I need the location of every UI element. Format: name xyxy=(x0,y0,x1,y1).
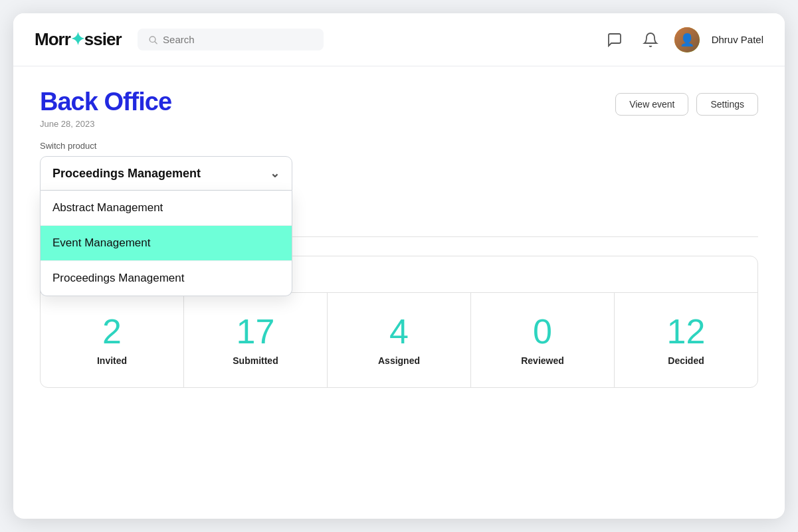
chevron-down-icon: ⌄ xyxy=(270,166,280,181)
stat-assigned: 4 Assigned xyxy=(328,293,471,387)
stat-submitted-number: 17 xyxy=(237,314,275,349)
stat-decided-number: 12 xyxy=(667,314,706,349)
stat-invited: 2 Invited xyxy=(41,293,184,387)
main-content: Back Office June 28, 2023 View event Set… xyxy=(13,66,785,409)
header: Morr✦ssier 👤 Dh xyxy=(13,13,785,66)
stat-reviewed: 0 Reviewed xyxy=(471,293,615,387)
dropdown-selected-label: Proceedings Management xyxy=(52,167,201,181)
stat-reviewed-number: 0 xyxy=(533,314,552,349)
stat-decided: 12 Decided xyxy=(615,293,757,387)
logo-star: ✦ xyxy=(70,29,84,49)
page-title-section: Back Office June 28, 2023 xyxy=(40,88,171,129)
stat-submitted-label: Submitted xyxy=(233,355,278,366)
stat-reviewed-label: Reviewed xyxy=(521,355,564,366)
search-input[interactable] xyxy=(163,34,312,45)
stat-invited-label: Invited xyxy=(97,355,127,366)
stat-invited-number: 2 xyxy=(102,314,122,349)
app-window: Morr✦ssier 👤 Dh xyxy=(13,13,785,519)
notification-icon-button[interactable] xyxy=(639,28,662,52)
settings-button[interactable]: Settings xyxy=(696,93,758,116)
logo: Morr✦ssier xyxy=(35,29,122,50)
avatar[interactable]: 👤 xyxy=(674,27,700,52)
switch-product-label: Switch product xyxy=(40,141,758,151)
page-header: Back Office June 28, 2023 View event Set… xyxy=(40,88,758,129)
stat-assigned-number: 4 xyxy=(389,314,409,349)
view-event-button[interactable]: View event xyxy=(615,93,688,116)
stat-assigned-label: Assigned xyxy=(378,355,420,366)
search-bar[interactable] xyxy=(138,29,324,50)
avatar-image: 👤 xyxy=(674,27,700,52)
page-title: Back Office xyxy=(40,88,171,116)
page-actions: View event Settings xyxy=(615,93,758,116)
product-dropdown-trigger[interactable]: Proceedings Management ⌄ xyxy=(40,156,292,191)
papers-stats: 2 Invited 17 Submitted 4 Assigned 0 Revi… xyxy=(41,293,757,387)
dropdown-item-event[interactable]: Event Management xyxy=(41,226,292,261)
page-date: June 28, 2023 xyxy=(40,119,171,129)
user-name: Dhruv Patel xyxy=(712,34,763,45)
svg-line-1 xyxy=(154,41,156,43)
dropdown-item-abstract[interactable]: Abstract Management xyxy=(41,191,292,226)
search-icon xyxy=(148,35,158,45)
product-dropdown-menu: Abstract Management Event Management Pro… xyxy=(40,191,292,296)
product-dropdown-wrapper: Proceedings Management ⌄ Abstract Manage… xyxy=(40,156,292,191)
header-right: 👤 Dhruv Patel xyxy=(603,27,763,52)
dropdown-item-proceedings[interactable]: Proceedings Management xyxy=(41,261,292,296)
stat-submitted: 17 Submitted xyxy=(184,293,328,387)
stat-decided-label: Decided xyxy=(668,355,704,366)
message-icon-button[interactable] xyxy=(603,28,627,52)
